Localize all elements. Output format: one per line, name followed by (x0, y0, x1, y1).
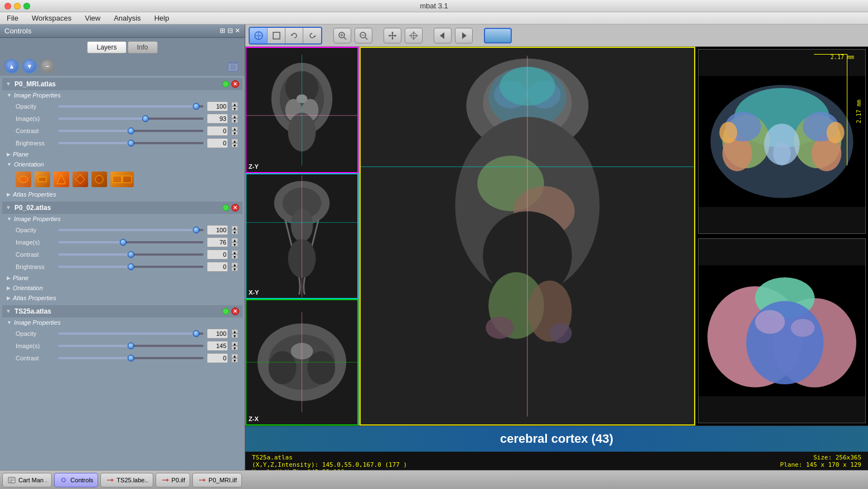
image-props-header-p002[interactable]: ▼ Image Properties (2, 214, 243, 224)
expand-arrow-ts25a[interactable]: ▼ (6, 308, 12, 315)
zoom-out-button[interactable] (355, 28, 372, 43)
images-input-p002[interactable] (207, 237, 228, 247)
images-slider-p0mri[interactable] (58, 118, 203, 120)
images-input-p0mri[interactable] (207, 114, 228, 124)
brightness-stepper-p0mri[interactable]: ▲ ▼ (231, 139, 238, 148)
minus-button[interactable]: − (40, 59, 55, 74)
atlas-view-top[interactable]: 2.17 mm 2.17 mm (698, 49, 866, 234)
brightness-input-p002[interactable] (207, 262, 228, 272)
expand-arrow-p002[interactable]: ▼ (6, 204, 12, 211)
images-stepper-ts25a[interactable]: ▲ ▼ (231, 341, 238, 350)
atlas-props-header-p0mri[interactable]: ▶ Atlas Properties (2, 189, 243, 199)
opacity-stepper-ts25a[interactable]: ▲ ▼ (231, 329, 238, 338)
move-up-button[interactable]: ▲ (4, 59, 19, 74)
images-stepper-p0mri[interactable]: ▲ ▼ (231, 114, 238, 123)
atlas-name: TS25a.atlas (252, 454, 407, 461)
contrast-slider-ts25a[interactable] (58, 357, 203, 359)
contrast-input-ts25a[interactable] (207, 353, 228, 363)
orient-icon-1[interactable] (16, 172, 31, 187)
brightness-stepper-p002[interactable]: ▲ ▼ (231, 262, 238, 271)
orient-icon-6[interactable] (110, 172, 134, 187)
expand-arrow-p0mri[interactable]: ▼ (6, 81, 12, 87)
tab-layers[interactable]: Layers (87, 41, 126, 53)
taskbar-cart-man[interactable]: Cart Man . (2, 473, 52, 487)
fit-button[interactable] (250, 28, 268, 43)
panel-icons[interactable]: ⊞ ⊟ ✕ (220, 27, 240, 35)
atlas-props-header-p002[interactable]: ▶ Atlas Properties (2, 293, 243, 303)
pan-button[interactable] (384, 28, 401, 43)
images-input-ts25a[interactable] (207, 341, 228, 351)
zy-view[interactable]: Z-Y (245, 47, 358, 173)
opacity-slider-ts25a[interactable] (58, 332, 203, 335)
opacity-stepper-p0mri[interactable]: ▲ ▼ (231, 102, 238, 111)
opacity-stepper-p002[interactable]: ▲ ▼ (231, 226, 238, 234)
close-layer-p002[interactable]: ✕ (231, 204, 239, 212)
orient-icon-4[interactable] (72, 172, 88, 187)
taskbar-p0ilf[interactable]: P0.ilf (156, 473, 190, 487)
orientation-header-p002[interactable]: ▶ Orientation (2, 283, 243, 293)
contrast-slider-p0mri[interactable] (58, 130, 203, 132)
viewport-toolbar (245, 25, 868, 47)
contrast-slider-p002[interactable] (58, 253, 203, 256)
minimize-button[interactable] (14, 3, 21, 9)
rect-button[interactable] (268, 28, 285, 43)
close-layer-p0mri[interactable]: ✕ (231, 80, 239, 88)
images-slider-ts25a[interactable] (58, 345, 203, 347)
refresh-button[interactable] (285, 28, 303, 43)
orient-icon-3[interactable] (54, 172, 69, 187)
left-nav-button[interactable] (434, 28, 452, 43)
menu-workspaces[interactable]: Workspaces (30, 14, 74, 22)
menu-help[interactable]: Help (152, 14, 172, 22)
contrast-input-p002[interactable] (207, 250, 228, 260)
enabled-indicator-ts25a[interactable] (222, 308, 229, 315)
close-layer-ts25a[interactable]: ✕ (231, 307, 239, 315)
center-view[interactable] (360, 47, 695, 426)
trash-button[interactable] (226, 59, 240, 74)
svg-marker-17 (290, 34, 292, 36)
close-button[interactable] (4, 3, 11, 9)
menubar: File Workspaces View Analysis Help (0, 12, 868, 25)
maximize-button[interactable] (23, 3, 30, 9)
orient-icon-2[interactable] (35, 172, 50, 187)
enabled-indicator-p0mri[interactable] (222, 81, 229, 87)
contrast-stepper-p002[interactable]: ▲ ▼ (231, 250, 238, 259)
brightness-slider-p002[interactable] (58, 266, 203, 268)
menu-view[interactable]: View (83, 14, 103, 22)
menu-file[interactable]: File (4, 14, 21, 22)
view-mode-button[interactable] (484, 28, 512, 43)
images-stepper-p002[interactable]: ▲ ▼ (231, 238, 238, 247)
zx-view[interactable]: Z-X (245, 299, 358, 426)
plane-header-p002[interactable]: ▶ Plane (2, 273, 243, 283)
enabled-indicator-p002[interactable] (222, 204, 229, 211)
rotate-button[interactable] (303, 28, 321, 43)
orient-icon-5[interactable] (91, 172, 107, 187)
contrast-input-p0mri[interactable] (207, 126, 228, 136)
brightness-input-p0mri[interactable] (207, 138, 228, 148)
atlas-view-3d[interactable] (698, 238, 866, 423)
contrast-stepper-ts25a[interactable]: ▲ ▼ (231, 354, 238, 363)
svg-rect-94 (8, 477, 15, 483)
crosshair-btn[interactable] (405, 28, 423, 43)
tab-info[interactable]: Info (128, 41, 158, 53)
menu-analysis[interactable]: Analysis (111, 14, 143, 22)
xy-view[interactable]: X-Y (245, 173, 358, 300)
taskbar-controls[interactable]: Controls (54, 473, 98, 487)
zoom-in-button[interactable] (333, 28, 351, 43)
opacity-input-ts25a[interactable] (207, 329, 228, 339)
taskbar-p0mri[interactable]: P0_MRI.ilf (192, 473, 242, 487)
opacity-slider-p0mri[interactable] (58, 105, 203, 107)
opacity-slider-p002[interactable] (58, 229, 203, 231)
opacity-input-p0mri[interactable] (207, 101, 228, 111)
plane-header-p0mri[interactable]: ▶ Plane (2, 149, 243, 159)
opacity-input-p002[interactable] (207, 225, 228, 235)
taskbar-ts25[interactable]: TS25.labe.. (100, 473, 153, 487)
contrast-stepper-p0mri[interactable]: ▲ ▼ (231, 126, 238, 135)
image-props-header-p0mri[interactable]: ▼ Image Properties (2, 90, 243, 100)
move-down-button[interactable]: ▼ (22, 59, 37, 74)
images-slider-p002[interactable] (58, 241, 203, 243)
brightness-slider-p0mri[interactable] (58, 142, 203, 144)
orientation-header-p0mri[interactable]: ▼ Orientation (2, 159, 243, 169)
svg-point-71 (550, 323, 572, 343)
image-props-header-ts25a[interactable]: ▼ Image Properties (2, 317, 243, 327)
right-nav-button[interactable] (455, 28, 473, 43)
